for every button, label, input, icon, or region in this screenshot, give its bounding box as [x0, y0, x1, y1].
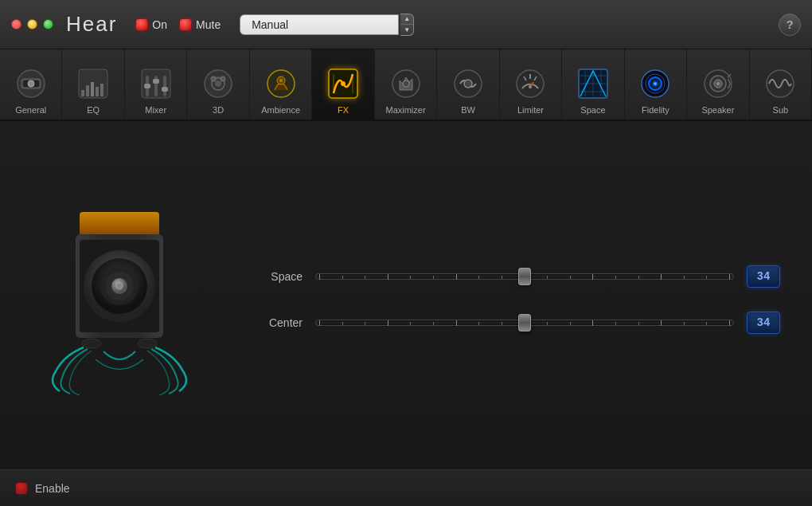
status-controls: On Mute ▲ ▼ — [136, 14, 414, 36]
tab-limiter-label: Limiter — [517, 105, 544, 115]
speaker-illustration — [32, 192, 207, 399]
maximize-button[interactable] — [43, 19, 53, 29]
svg-point-68 — [82, 339, 101, 348]
fidelity-icon — [637, 65, 673, 102]
preset-down-arrow[interactable]: ▼ — [400, 25, 413, 35]
eq-icon — [75, 65, 111, 102]
on-led — [136, 19, 147, 30]
tab-space[interactable]: Space — [562, 49, 624, 120]
center-slider-value: 34 — [747, 312, 780, 334]
tab-mixer[interactable]: Mixer — [125, 49, 187, 120]
center-label: Center — [255, 316, 303, 329]
tab-bw[interactable]: BW — [437, 49, 499, 120]
tab-fx-label: FX — [338, 105, 349, 115]
svg-point-56 — [716, 82, 720, 85]
svg-point-27 — [341, 81, 345, 86]
tab-sub[interactable]: Sub — [750, 49, 812, 120]
enable-led — [16, 483, 27, 494]
svg-rect-59 — [80, 212, 159, 236]
tab-maximizer-label: Maximizer — [385, 105, 425, 115]
tab-speaker[interactable]: Speaker — [687, 49, 749, 120]
svg-rect-7 — [91, 82, 94, 96]
center-slider-container — [315, 312, 734, 334]
help-button[interactable]: ? — [779, 14, 801, 36]
on-label: On — [152, 18, 167, 31]
sub-icon — [762, 65, 798, 102]
tab-mixer-label: Mixer — [145, 105, 166, 115]
tab-general-label: General — [15, 105, 46, 115]
tab-3d[interactable]: 3D — [187, 49, 249, 120]
svg-rect-6 — [86, 85, 89, 96]
speaker-svg — [40, 196, 199, 395]
general-icon — [13, 65, 49, 102]
svg-rect-15 — [153, 79, 159, 84]
mute-label: Mute — [196, 18, 221, 31]
space-slider-container — [315, 265, 734, 288]
preset-arrows: ▲ ▼ — [400, 14, 414, 36]
traffic-lights — [11, 19, 53, 29]
svg-point-69 — [138, 339, 157, 348]
minimize-button[interactable] — [27, 19, 37, 29]
svg-rect-14 — [144, 84, 150, 88]
tab-space-label: Space — [580, 105, 605, 115]
tabbar: General EQ — [0, 49, 812, 121]
fx-icon — [325, 65, 361, 102]
main-content: Space — [0, 121, 812, 469]
on-button[interactable]: On — [136, 18, 167, 31]
tab-maximizer[interactable]: Maximizer — [375, 49, 437, 120]
mixer-icon — [138, 65, 174, 102]
tab-limiter[interactable]: Limiter — [500, 49, 562, 120]
svg-rect-5 — [81, 90, 84, 96]
center-slider-track — [315, 320, 734, 326]
titlebar: Hear On Mute ▲ ▼ ? — [0, 0, 812, 49]
space-label: Space — [255, 270, 303, 283]
svg-point-31 — [403, 80, 409, 87]
limiter-icon — [512, 65, 548, 102]
app-title: Hear — [66, 12, 117, 37]
tab-ambience[interactable]: Ambience — [250, 49, 312, 120]
svg-rect-12 — [154, 76, 158, 96]
preset-up-arrow[interactable]: ▲ — [400, 14, 413, 25]
tab-fidelity-label: Fidelity — [642, 105, 670, 115]
tab-speaker-label: Speaker — [701, 105, 734, 115]
maximizer-icon — [388, 65, 424, 102]
svg-point-3 — [28, 80, 34, 87]
tab-3d-label: 3D — [213, 105, 224, 115]
tab-general[interactable]: General — [0, 49, 62, 120]
tab-fx[interactable]: FX — [312, 49, 374, 120]
space-icon — [575, 65, 611, 102]
center-slider-thumb[interactable] — [518, 314, 531, 331]
space-slider-track — [315, 273, 734, 280]
space-slider-thumb[interactable] — [518, 268, 531, 285]
tab-eq[interactable]: EQ — [62, 49, 124, 120]
center-slider-row: Center — [255, 312, 780, 334]
tab-fidelity[interactable]: Fidelity — [625, 49, 687, 120]
tab-eq-label: EQ — [87, 105, 100, 115]
3d-icon — [200, 65, 236, 102]
svg-point-25 — [279, 79, 283, 82]
space-slider-value: 34 — [747, 265, 780, 288]
svg-point-52 — [654, 83, 657, 85]
mute-button[interactable]: Mute — [180, 18, 221, 31]
ambience-icon — [263, 65, 299, 102]
close-button[interactable] — [11, 19, 21, 29]
speaker-tab-icon — [700, 65, 736, 102]
sliders-area: Space — [255, 257, 780, 334]
mute-led — [180, 19, 191, 30]
svg-point-19 — [215, 80, 221, 87]
svg-point-39 — [529, 85, 532, 88]
tab-bw-label: BW — [461, 105, 475, 115]
preset-input[interactable] — [240, 14, 399, 35]
svg-rect-13 — [163, 76, 166, 96]
bw-icon — [450, 65, 486, 102]
svg-rect-8 — [96, 87, 99, 96]
space-slider-row: Space — [255, 265, 780, 288]
tab-ambience-label: Ambience — [261, 105, 300, 115]
bottombar: Enable — [0, 469, 812, 506]
svg-rect-9 — [100, 84, 103, 96]
svg-rect-16 — [162, 87, 168, 92]
svg-point-33 — [464, 80, 472, 88]
svg-point-67 — [116, 283, 123, 289]
preset-container: ▲ ▼ — [240, 14, 414, 36]
tab-sub-label: Sub — [773, 105, 789, 115]
